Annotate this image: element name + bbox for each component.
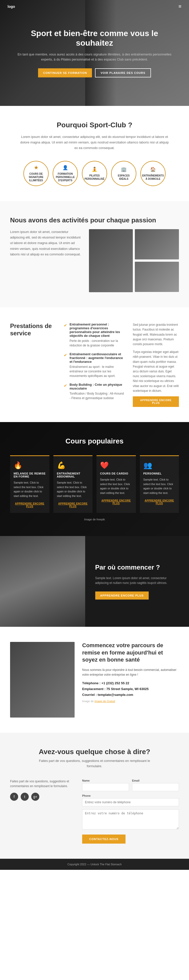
feature-spaces[interactable]: 🏢 ESPACES IDÉALS [111,161,137,186]
twitter-icon[interactable]: t [21,793,29,801]
course-text-1: Sample text. Click to select the text bo… [57,480,89,498]
course-card-1: 💪 ENTRAÎNEMENT ABDOMINAL Sample text. Cl… [53,455,93,513]
services-section: Prestations de service ✔ Entraînement pe… [0,307,189,422]
activity-image-top [135,229,179,259]
building-icon: 🏢 [121,167,127,172]
course-icon-0: 🔥 [14,461,46,469]
service-item-2: ✔ Body Building : Crée un physique muscu… [64,383,125,400]
services-right-text1: Sed julunar pron gravida trontrent luctu… [133,323,179,347]
name-label: Name [82,779,129,782]
course-icon-1: 💪 [57,461,89,469]
service-text-0: Entraînement personnel : programmes d'ex… [70,323,125,348]
activities-section: Nous avons des activités pour chaque pas… [0,201,189,307]
course-title-3: PERSONNEL [143,472,176,475]
course-card-0: 🔥 MÉLANGE DE REMISE EN FORME Sample text… [10,455,49,513]
testimonial-subtitle: Faites part de vos questions, suggestion… [32,758,157,769]
course-title-2: COURS DE CARDIO [100,472,132,475]
course-card-3: 👥 PERSONNEL Sample text. Click to select… [140,455,179,513]
course-icon-3: 👥 [143,461,176,469]
service-item-0: ✔ Entraînement personnel : programmes d'… [64,323,125,348]
getstarted-text: Sample text. Lorem ipsum dolor sit amet,… [95,576,179,585]
contact-submit-button[interactable]: CONTACTEZ-NOUS [82,835,125,843]
getstarted-section: Par où commencer ? Sample text. Lorem ip… [0,536,189,627]
activities-description: Lorem ipsum dolor sit amet, consectetur … [10,229,84,257]
contact-image-credit: Image de Image de Gratuit [82,700,179,703]
yoga-icon: 🧘 [92,167,97,172]
services-items: ✔ Entraînement personnel : programmes d'… [64,323,125,407]
testimonial-title: Avez-vous quelque chose à dire? [10,748,179,756]
google-icon[interactable]: g+ [31,793,39,801]
email-label: Email [132,779,179,782]
contact-description: Nous sommes là pour répondre à tout beso… [82,668,179,677]
contact-credit-link[interactable]: Image de Gratuit [94,700,115,703]
service-desc-1: Entraînement au sport : le maître entraî… [70,364,125,378]
hero-primary-button[interactable]: CONTINUER SE FORMATION [38,68,92,77]
course-btn-0[interactable]: APPRENDRE ENCORE PLUS [14,502,46,508]
course-text-2: Sample text. Click to select the text bo… [100,477,132,495]
course-title-0: MÉLANGE DE REMISE EN FORME [14,472,46,478]
hero-outline-button[interactable]: VOIR PLANAIRE DES COURS [95,68,151,77]
services-right-text2: Turps egestas integer eget aliquet nibh … [133,350,179,393]
name-input[interactable] [82,783,129,791]
hero-description: En tant que membre, vous aurez accès à d… [15,52,174,62]
contact-image [10,642,75,718]
form-field-phone: Phone [82,794,179,806]
services-more-button[interactable]: APPRENDRE ENCORE PLUS [133,396,179,407]
navbar-menu-icon[interactable]: ≡ [178,3,181,10]
feature-label-3: ESPACES IDÉALS [118,174,130,181]
course-text-0: Sample text. Click to select the text bo… [14,480,46,498]
course-card-2: ❤️ COURS DE CARDIO Sample text. Click to… [97,455,136,513]
hero-content: Sport et bien-être comme vous le souhait… [0,29,189,77]
feature-label-4: ENTRAÎNEMENTS À DOMICILE [142,174,164,181]
activities-text: Lorem ipsum dolor sit amet, consectetur … [10,229,84,292]
form-right: Name Email Phone CONTACTEZ-NOUS [82,779,179,843]
contact-email: Courriel : template@sample.com [82,693,179,697]
feature-pilates[interactable]: 🧘 PILATES PERSONNALISÉ [82,161,107,186]
home-icon: 🏠 [150,167,156,172]
email-input[interactable] [132,783,179,791]
activities-title: Nous avons des activités pour chaque pas… [10,216,179,224]
feature-label-2: PILATES PERSONNALISÉ [85,174,105,181]
features-row: ★ COURS DE SIGNATURE ILLIMITÉES 👤 FORMAT… [10,161,179,186]
person-icon: 👤 [62,165,68,171]
services-title: Prestations de service [10,323,56,337]
feature-label-1: FORMATION PERSONNELLE D'EXPERTS [56,172,75,182]
getstarted-content: Par où commencer ? Sample text. Lorem ip… [85,536,189,627]
service-desc-2: Tonification / Body Sculpting : All-Arou… [70,391,125,400]
service-text-1: Entraînement cardiovasculaire et fractio… [70,352,125,378]
hero-title: Sport et bien-être comme vous le souhait… [15,29,174,48]
feature-training[interactable]: 👤 FORMATION PERSONNELLE D'EXPERTS [52,161,78,186]
getstarted-title: Par où commencer ? [95,563,179,572]
services-heading: Prestations de service [10,323,56,407]
contact-location: Emplacement : 75 Street Sample, WI 63025 [82,687,179,691]
contact-phone: Téléphone : +1 (232) 252 55 22 [82,681,179,685]
services-layout: Prestations de service ✔ Entraînement pe… [10,323,179,407]
facebook-icon[interactable]: f [10,793,18,801]
course-btn-3[interactable]: APPRENDRE ENCORE PLUS [143,499,176,505]
activities-layout: Lorem ipsum dolor sit amet, consectetur … [10,229,179,292]
feature-home[interactable]: 🏠 ENTRAÎNEMENTS À DOMICILE [140,161,165,186]
feature-label-0: COURS DE SIGNATURE ILLIMITÉES [29,172,43,182]
course-btn-1[interactable]: APPRENDRE ENCORE PLUS [57,502,89,508]
feature-courses[interactable]: ★ COURS DE SIGNATURE ILLIMITÉES [24,161,49,186]
form-row-name-email: Name Email [82,779,179,791]
course-text-3: Sample text. Click to select the text bo… [143,477,176,495]
services-right: Sed julunar pron gravida trontrent luctu… [133,323,179,407]
courses-title: Cours populaires [10,437,179,445]
social-icons: f t g+ [10,793,75,801]
navbar-logo: logo [8,5,15,9]
form-left-text: Faites part de vos questions, suggestion… [10,779,75,789]
form-left: Faites part de vos questions, suggestion… [10,779,75,843]
why-description: Lorem ipsum dolor sit amet, consectetur … [19,134,170,151]
getstarted-background-image [0,536,85,627]
form-field-message [82,809,179,829]
phone-input[interactable] [82,798,179,806]
service-heading-0: Entraînement personnel : programmes d'ex… [70,323,125,337]
course-btn-2[interactable]: APPRENDRE ENCORE PLUS [100,499,132,505]
course-icon-2: ❤️ [100,461,132,469]
message-textarea[interactable] [82,809,179,829]
activities-images [89,229,179,292]
contact-info: Commencez votre parcours de remise en fo… [82,642,179,718]
testimonial-section: Avez-vous quelque chose à dire? Faites p… [0,733,189,859]
getstarted-button[interactable]: APPRENDRE ENCORE PLUS [95,592,149,600]
